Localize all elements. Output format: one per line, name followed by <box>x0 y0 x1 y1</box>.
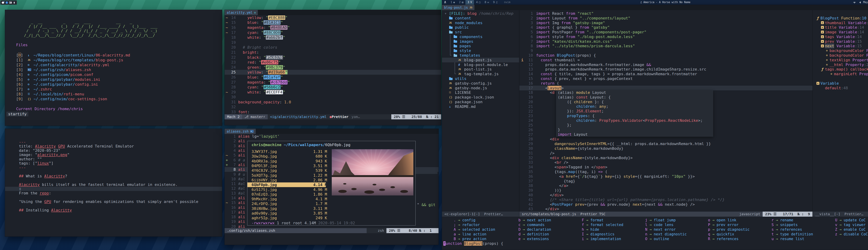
picker-file-6iibVNY.jpg[interactable]: 6iibVNY.jpg2.06 M <box>247 178 327 183</box>
explorer-row-src[interactable]: src <box>442 30 519 34</box>
vista-item[interactable]: xthumbnail Variable:11 <box>815 21 868 25</box>
cheatsheet-binding-b[interactable]: b→next action <box>513 218 576 223</box>
picker-file-5oXQT7g.jpg[interactable]: 5oXQT7g.jpg1.22 M <box>247 173 327 177</box>
cheatsheet-binding-d[interactable]: d→definition <box>513 232 576 237</box>
cheatsheet-binding-a[interactable]: a→line action <box>448 232 511 237</box>
startify-entry-5[interactable]: [5] ⚙~/.config/polybar/modules.ini <box>16 77 130 82</box>
workspace-4[interactable]: 4□ <box>474 0 483 5</box>
discord-icon[interactable] <box>2 1 4 4</box>
picker-file-ad6v90y.jpg[interactable]: ad6v90y.jpg3.05 M <box>247 211 327 216</box>
vista-item[interactable]: ƒtags.map() callback Functi <box>815 67 868 72</box>
cheatsheet-binding-u[interactable]: u→resume list <box>767 237 829 241</box>
explorer-row-blog-post.module.le[interactable]: │ #blog-post.module.le <box>442 62 519 67</box>
explorer-row-gatsby-node.js[interactable]: JSgatsby-node.js <box>442 86 519 90</box>
cheatsheet-binding-v[interactable]: v→tag viewer <box>830 223 868 227</box>
volume-icon[interactable] <box>858 1 861 3</box>
startify-entry-0[interactable]: [0] ↓~/Repos/blog/content/Linux/06-alacr… <box>16 53 130 57</box>
startify-entry-7[interactable]: [7] ⚙~/.zshrc <box>16 87 130 91</box>
cheatsheet-binding-q[interactable]: q→quickfix <box>703 232 766 237</box>
vista-item[interactable]: ⚙textAlign Property:25 <box>815 58 868 62</box>
vsplit-border-2[interactable] <box>812 10 813 212</box>
startify-entry-3[interactable]: [3] >_~/.config/zsh/aliases.zsh <box>16 67 130 72</box>
cheatsheet-binding-U[interactable]: U→update CoC <box>830 218 868 223</box>
vista-item[interactable]: xtags Variable:14 <box>815 34 868 39</box>
cheatsheet-binding-n[interactable]: n→next diagnostic <box>640 232 703 237</box>
cheatsheet-binding-z[interactable]: z→disable CoC <box>830 232 868 237</box>
cheatsheet-binding-j[interactable]: j→float jump <box>640 218 703 223</box>
explorer-row-tag-template.js[interactable]: └ JStag-template.js <box>442 72 519 76</box>
picker-file-9hMxcHr.jpg[interactable]: 9hMxcHr.jpg4.1 M <box>247 197 327 201</box>
picker-file-aghr5Ip.jpg[interactable]: aghr5Ip.jpg249 K <box>247 216 327 220</box>
vista-item[interactable]: ⚙marginLeft Property:36 <box>815 72 868 76</box>
vista-item[interactable]: ⚙backgroundColor Property: <box>815 53 868 58</box>
cheatsheet-binding-r[interactable]: r→rename <box>767 218 829 223</box>
display-icon[interactable] <box>9 1 12 4</box>
startify-entry-4[interactable]: [4] ⚙~/.config/picom/picom.conf <box>16 72 130 77</box>
cheatsheet-binding-S[interactable]: S→snippets <box>767 223 829 227</box>
cheatsheet-binding-Z[interactable]: Z→enable CoC <box>830 227 868 232</box>
tab-aliases-zsh[interactable]: aliases.zsh>_ <box>225 129 256 134</box>
vista-item[interactable]: xVariable <box>815 81 868 86</box>
vista-item[interactable] <box>815 76 868 81</box>
explorer-row-gatsby-config.js[interactable]: JSgatsby-config.js <box>442 81 519 86</box>
explorer-row-package-lock.json[interactable]: {}package-lock.json <box>442 95 519 100</box>
picker-file-07nEzQ3.jpg[interactable]: 07nEzQ3.jpg1.86 M <box>247 192 327 197</box>
picker-file-04PDl3F.jpg[interactable]: 04PDl3F.jpg3.51 M <box>247 164 327 168</box>
picker-file-6zS17Sj.jpg[interactable]: 6zS17Sj.jpg4.96 M <box>247 187 327 192</box>
workspace-8[interactable]: 8✉ <box>483 0 491 5</box>
now-playing[interactable]: ♫ America - A Horse with No Name <box>640 0 690 5</box>
picker-file-6QbF0pb.jpg[interactable]: 6QbF0pb.jpg4.14 M <box>247 183 326 187</box>
explorer-row-style[interactable]: │ style <box>442 48 519 53</box>
cheatsheet-binding-f[interactable]: f→format selected <box>577 223 639 227</box>
cheatsheet-binding-t[interactable]: t→type definition <box>767 232 829 237</box>
cheatsheet-binding-l[interactable]: l→code lens <box>640 223 703 227</box>
cheatsheet-binding-F[interactable]: F→format <box>577 218 639 223</box>
vista-item[interactable]: xtitle Variable:14 <box>815 25 868 30</box>
explorer-row-/home/chris/Rep[interactable]: ▾ [FILE]: blog /home/chris/Rep <box>442 11 519 16</box>
picker-file-4bORVJa.jpg[interactable]: 4bORVJa.jpg943 K <box>247 159 327 164</box>
workspace-2[interactable]: 2▤ <box>457 0 465 5</box>
vista-item[interactable]: xprev Variable:15 <box>815 39 868 44</box>
explorer-row-content[interactable]: content <box>442 16 519 21</box>
picker-file-4Y6C0JV.jpg[interactable]: 4Y6C0JV.jpg539 K <box>247 168 327 173</box>
picker-file-3UwJhbg.jpg[interactable]: 3UwJhbg.jpg680 K <box>247 154 327 159</box>
cheatsheet-binding-D[interactable]: D→declaration <box>513 227 576 232</box>
startify-entry-9[interactable]: [9] {}~/.config/nvim/coc-settings.json <box>16 96 130 101</box>
picker-file-24LrDFQ.jpg[interactable]: 24LrDFQ.jpg1.7 M <box>247 201 327 206</box>
explorer-row-post-list.js[interactable]: │ JSpost-list.js <box>442 67 519 72</box>
cheatsheet-binding-B[interactable]: B→prev action <box>448 237 511 241</box>
workspace-9[interactable]: 9♫ <box>491 0 500 5</box>
vista-item[interactable] <box>815 11 868 16</box>
vista-item[interactable]: ⚙__html Property:29 <box>815 62 868 67</box>
vista-item[interactable]: ximage Variable:14 <box>815 30 868 34</box>
vista-item[interactable]: ⚙backgroundColor Property: <box>815 48 868 53</box>
cheatsheet-binding-N[interactable]: N→next error <box>640 227 703 232</box>
explorer-row-README.md[interactable]: ↓README.md <box>442 104 519 109</box>
explorer-row-node_modules[interactable]: JSnode_modules <box>442 21 519 25</box>
cheatsheet-binding-R[interactable]: R→references <box>703 237 766 241</box>
explorer-row-templates[interactable]: └ templates <box>442 53 519 58</box>
explorer-row-images[interactable]: │ images <box>442 39 519 44</box>
vista-item[interactable]: ƒBlogPost Function:10 <box>815 16 868 21</box>
bluetooth-icon[interactable]: ᛒ <box>5 1 8 4</box>
explorer-row-public[interactable]: public <box>442 25 519 30</box>
startify-entry-1[interactable]: [1] JS~/Repos/blog/src/templates/blog-po… <box>16 57 130 62</box>
explorer-row-LICENSE[interactable]: ⚿LICENSE <box>442 90 519 95</box>
cheatsheet-binding-h[interactable]: h→hide <box>577 227 639 232</box>
cheatsheet-binding-p[interactable]: p→prev diagnostic <box>703 227 766 232</box>
cheatsheet-binding-;[interactable]: ;→refactor <box>448 223 511 227</box>
cheatsheet-binding-I[interactable]: I→diagnostics <box>577 232 639 237</box>
wifi-icon[interactable] <box>853 1 856 3</box>
cheatsheet-binding-o[interactable]: o→open link <box>703 218 766 223</box>
lamp-icon[interactable] <box>13 1 16 4</box>
explorer-row-utils[interactable]: utils <box>442 76 519 81</box>
workspace-3[interactable]: 3V <box>465 0 474 5</box>
tab-alacritty-yml[interactable]: alacritty.yml⚙ <box>225 10 258 15</box>
cheatsheet-binding-A[interactable]: A→selected action <box>448 227 511 232</box>
cheatsheet-binding-O[interactable]: O→outline <box>640 237 703 241</box>
explorer-row-components[interactable]: │ components <box>442 34 519 39</box>
cheatsheet-binding-P[interactable]: P→prev error <box>703 223 766 227</box>
tab-blog-post-js[interactable]: blog-post.jsJS <box>442 5 474 10</box>
startify-entry-8[interactable]: [8] ☰~/.local/bin/rofi-menu <box>16 91 130 96</box>
cheatsheet-binding-.[interactable]: .→config <box>448 218 511 223</box>
